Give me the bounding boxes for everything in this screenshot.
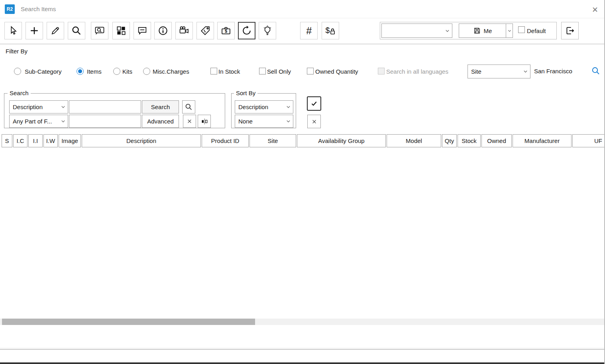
column-header-availability-group[interactable]: Availability Group [297, 134, 386, 147]
column-header-site[interactable]: Site [249, 134, 296, 147]
sort-secondary-value: None [235, 118, 283, 125]
search-groupbox-legend: Search [8, 90, 31, 96]
chevron-down-icon [58, 104, 68, 110]
site-combo-value: Site [468, 68, 521, 75]
save-profile-dropdown[interactable] [506, 23, 513, 38]
radio-misc-charges-label: Misc.Charges [153, 68, 189, 75]
sort-by-groupbox: Sort By Description None [231, 93, 296, 128]
default-checkbox[interactable] [518, 26, 525, 33]
column-header-image[interactable]: Image [59, 134, 81, 147]
search-field-combo[interactable]: Description [9, 100, 68, 114]
edit-button[interactable] [47, 22, 64, 39]
owned-quantity-checkbox[interactable] [307, 68, 314, 74]
chevron-down-icon [521, 69, 530, 74]
sort-primary-value: Description [235, 104, 283, 110]
search-lookup-button[interactable] [182, 100, 195, 114]
add-icon [29, 25, 40, 36]
filter-by-label: Filter By [6, 48, 28, 55]
horizontal-scrollbar-thumb[interactable] [2, 319, 255, 325]
column-header-stock[interactable]: Stock [458, 134, 481, 147]
column-header-owned[interactable]: Owned [481, 134, 512, 147]
divider [0, 348, 605, 348]
column-header-ic[interactable]: I.C [13, 134, 28, 147]
comment-button[interactable] [134, 22, 151, 39]
save-profile-label: Me [484, 27, 492, 34]
comment-icon [137, 25, 148, 36]
video-camera-button[interactable] [175, 22, 193, 39]
column-header-manufacturer[interactable]: Manufacturer [513, 134, 572, 147]
close-x-icon [186, 118, 193, 125]
chevron-down-icon [442, 28, 452, 33]
exit-button[interactable] [561, 22, 579, 39]
add-button[interactable] [26, 22, 43, 39]
column-header-model[interactable]: Model [387, 134, 441, 147]
site-combo[interactable]: Site [468, 65, 530, 78]
sort-primary-combo[interactable]: Description [235, 100, 293, 114]
search-text-input[interactable] [69, 100, 141, 114]
save-profile-button[interactable]: Me [459, 23, 506, 38]
video-camera-icon [179, 25, 190, 36]
profile-combo[interactable] [381, 23, 452, 38]
pointer-tool-button[interactable] [4, 22, 22, 39]
chevron-down-icon [283, 119, 293, 124]
price-tag-icon [200, 25, 211, 36]
idea-bulb-icon [262, 25, 273, 36]
site-search-button[interactable] [591, 66, 601, 76]
clear-sort-button[interactable] [307, 115, 321, 128]
match-type-combo[interactable]: Any Part of F... [9, 115, 68, 128]
refresh-clock-button[interactable] [238, 22, 255, 39]
column-header-iw[interactable]: I.W [43, 134, 58, 147]
flip-horizontal-icon [200, 117, 208, 125]
apply-sort-toggle[interactable] [307, 96, 321, 111]
search-field-combo-value: Description [10, 104, 58, 110]
layout-grid-button[interactable] [112, 22, 130, 39]
price-lock-button[interactable]: $ [322, 22, 339, 39]
money-briefcase-icon: $ [220, 25, 232, 36]
radio-sub-category-label: Sub-Category [25, 68, 62, 75]
svg-text:$: $ [225, 29, 227, 33]
save-icon [473, 27, 481, 35]
in-stock-label: In Stock [218, 68, 240, 75]
radio-kits[interactable] [113, 68, 120, 75]
column-header-product-id[interactable]: Product ID [202, 134, 249, 147]
money-briefcase-button[interactable]: $ [217, 22, 235, 39]
info-icon [157, 25, 169, 36]
title-bar: R2 Search Items ✕ [0, 0, 605, 18]
radio-items-label: Items [87, 68, 102, 75]
advanced-button[interactable]: Advanced [142, 115, 179, 128]
radio-kits-label: Kits [122, 68, 132, 75]
column-header-ii[interactable]: I.I [28, 134, 43, 147]
app-logo: R2 [5, 4, 15, 14]
status-bar [0, 349, 605, 362]
sell-only-checkbox[interactable] [259, 68, 266, 74]
search-all-languages-label: Search in all languages [386, 68, 448, 75]
search-button[interactable]: Search [142, 100, 179, 114]
search-tool-button[interactable] [68, 22, 85, 39]
window-bottom-border [0, 362, 605, 364]
close-button[interactable]: ✕ [589, 4, 601, 16]
chevron-down-icon [58, 119, 68, 124]
in-stock-checkbox[interactable] [210, 68, 217, 74]
search-icon [185, 103, 193, 111]
column-header-qty[interactable]: Qty [442, 134, 457, 147]
radio-sub-category[interactable] [14, 68, 21, 75]
radio-misc-charges[interactable] [143, 68, 150, 75]
svg-text:$: $ [326, 26, 330, 35]
match-type-combo-value: Any Part of F... [10, 118, 58, 125]
refresh-clock-icon [241, 25, 252, 36]
hash-button[interactable]: # [300, 22, 318, 39]
column-header-s[interactable]: S [2, 134, 12, 147]
column-header-description[interactable]: Description [82, 134, 201, 147]
chevron-down-icon [507, 29, 512, 33]
search-preview-button[interactable] [91, 22, 108, 39]
sort-secondary-combo[interactable]: None [235, 115, 293, 128]
match-text-input[interactable] [69, 115, 141, 128]
flip-panel-button[interactable] [198, 115, 211, 128]
idea-bulb-button[interactable] [259, 22, 276, 39]
info-button[interactable] [154, 22, 172, 39]
price-tag-button[interactable] [196, 22, 214, 39]
radio-items[interactable] [77, 68, 84, 75]
clear-search-button[interactable] [183, 115, 196, 128]
column-header-uf[interactable]: UF [572, 134, 605, 147]
layout-grid-icon [116, 25, 127, 36]
